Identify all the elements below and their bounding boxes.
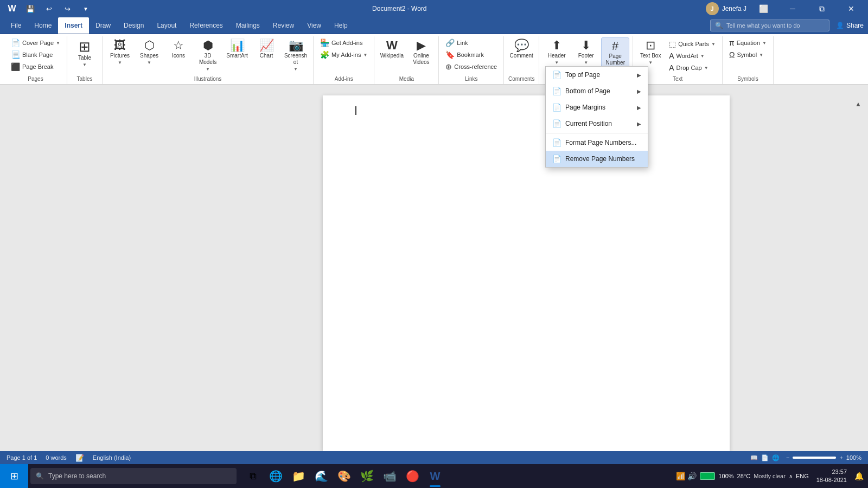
view-controls: 📖 📄 🌐 [750,454,780,461]
taskbar-icon-word[interactable]: W [424,464,446,488]
ribbon-collapse-button[interactable]: ▲ [855,100,861,108]
title-bar: W 💾 ↩ ↪ ▼ Document2 - Word J Jenefa J ⬜ … [0,0,868,17]
quick-parts-button[interactable]: ⬚ Quick Parts ▼ [666,38,719,49]
menu-page-margins[interactable]: 📄 Page Margins ▶ [546,99,648,115]
bookmark-icon: 🔖 [445,50,455,59]
header-button[interactable]: ⬆ Header ▼ [542,37,571,70]
taskbar-icon-explorer[interactable]: 📁 [288,464,309,488]
footer-button[interactable]: ⬇ Footer ▼ [572,37,600,70]
shapes-button[interactable]: ⬡ Shapes ▼ [135,37,163,70]
my-addins-button[interactable]: 🧩 My Add-ins ▼ [317,49,371,60]
menu-bottom-of-page[interactable]: 📄 Bottom of Page ▶ [546,83,648,99]
tab-references[interactable]: References [183,17,229,34]
taskbar-icon-edge[interactable]: 🌐 [265,464,286,488]
menu-remove-page-numbers[interactable]: 📄 Remove Page Numbers [546,151,648,167]
blank-page-icon: 📃 [11,50,20,59]
comment-icon: 💬 [514,40,529,52]
taskbar-icon-app2[interactable]: 🎨 [333,464,355,488]
undo-qat-button[interactable]: ↩ [41,1,56,16]
smartart-button[interactable]: 📊 SmartArt [223,37,251,70]
tab-file[interactable]: File [4,17,28,34]
menu-format-page-numbers[interactable]: 📄 Format Page Numbers... [546,134,648,151]
tab-review[interactable]: Review [266,17,301,34]
taskbar-icon-chrome[interactable]: 🔴 [401,464,423,488]
web-layout-icon[interactable]: 🌐 [772,454,780,461]
pictures-button[interactable]: 🖼 Pictures ▼ [106,37,134,70]
symbols-group-label: Symbols [725,75,771,84]
page-margins-icon: 📄 [552,103,561,112]
spell-check-icon[interactable]: 📝 [75,454,84,462]
taskbar-clock[interactable]: 23:57 18-08-2021 [812,468,851,485]
minimize-button[interactable]: ─ [780,0,805,17]
tab-layout[interactable]: Layout [150,17,183,34]
get-addins-button[interactable]: 🏪 Get Add-ins [317,37,371,48]
tab-mailings[interactable]: Mailings [229,17,266,34]
page-break-button[interactable]: ⬛ Page Break [8,61,63,72]
page-number-dropdown: 📄 Top of Page ▶ 📄 Bottom of Page ▶ 📄 Pag… [545,66,648,168]
word-app-icon: W [430,470,441,483]
zoom-area: − + 100% [786,454,861,461]
addins-group-label: Add-ins [316,75,372,84]
document-area[interactable] [184,85,868,451]
taskbar-search-box[interactable]: 🔍 Type here to search [30,468,237,484]
notification-icon[interactable]: 🔔 [854,472,864,480]
header-icon: ⬆ [552,40,561,52]
tab-view[interactable]: View [301,17,328,34]
tab-help[interactable]: Help [328,17,354,34]
chevron-icon[interactable]: ∧ [789,473,793,479]
text-box-icon: ⊡ [646,40,655,52]
ribbon-search-box[interactable]: 🔍 Tell me what you want to do [710,20,829,31]
close-button[interactable]: ✕ [839,0,864,17]
online-videos-button[interactable]: ▶ Online Videos [407,37,435,70]
zoom-slider[interactable] [793,457,836,459]
read-mode-icon[interactable]: 📖 [750,454,758,461]
3d-models-button[interactable]: ⬢ 3D Models ▼ [194,37,222,73]
taskbar-icon-app1[interactable]: 🌊 [310,464,332,488]
zoom-in-button[interactable]: + [839,454,843,461]
menu-current-position[interactable]: 📄 Current Position ▶ [546,115,648,132]
wordart-button[interactable]: A WordArt ▼ [666,50,719,61]
taskbar-icon-app3[interactable]: 🌿 [356,464,378,488]
symbol-button[interactable]: Ω Symbol ▼ [726,49,770,60]
taskbar: ⊞ 🔍 Type here to search ⧉ 🌐 📁 🌊 🎨 🌿 📹 🔴 [0,464,868,488]
tab-home[interactable]: Home [28,17,58,34]
footer-icon: ⬇ [581,40,591,52]
battery-percent: 100% [718,473,733,479]
tab-draw[interactable]: Draw [89,17,117,34]
drop-cap-button[interactable]: A Drop Cap ▼ [666,62,719,73]
link-button[interactable]: 🔗 Link [442,37,500,48]
start-button[interactable]: ⊞ [0,464,28,488]
restore-button[interactable]: ⧉ [809,0,834,17]
ribbon-display-button[interactable]: ⬜ [751,0,776,17]
wikipedia-button[interactable]: W Wikipedia [378,37,406,70]
menu-top-of-page[interactable]: 📄 Top of Page ▶ [546,67,648,83]
taskbar-icon-app4[interactable]: 📹 [379,464,400,488]
network-icon[interactable]: 📶 [676,472,685,480]
screenshot-button[interactable]: 📷 Screenshot ▼ [282,37,310,73]
cross-reference-button[interactable]: ⊕ Cross-reference [442,61,500,72]
icons-button[interactable]: ☆ Icons [164,37,193,70]
redo-qat-button[interactable]: ↪ [60,1,75,16]
menu-top-of-page-label: Top of Page [565,71,600,79]
taskview-button[interactable]: ⧉ [242,464,264,488]
wordart-icon: A [669,52,674,60]
tab-design[interactable]: Design [117,17,150,34]
comment-button[interactable]: 💬 Comment [507,37,535,70]
table-button[interactable]: ⊞ Table ▼ [71,37,99,70]
tab-insert[interactable]: Insert [58,17,89,34]
user-area: J Jenefa J [706,2,746,15]
speaker-icon[interactable]: 🔊 [687,472,697,480]
zoom-fill [793,457,836,459]
blank-page-button[interactable]: 📃 Blank Page [8,49,63,60]
save-qat-button[interactable]: 💾 [23,1,38,16]
equation-button[interactable]: π Equation ▼ [726,37,770,48]
document-page[interactable] [323,95,730,451]
print-layout-icon[interactable]: 📄 [761,454,769,461]
cover-page-button[interactable]: 📄 Cover Page ▼ [8,37,63,48]
customize-qat-button[interactable]: ▼ [78,1,93,16]
bookmark-button[interactable]: 🔖 Bookmark [442,49,500,60]
chart-button[interactable]: 📈 Chart [252,37,280,70]
zoom-out-button[interactable]: − [786,454,789,461]
share-button[interactable]: 👤 Share [836,22,864,29]
text-box-button[interactable]: ⊡ Text Box ▼ [636,37,665,70]
